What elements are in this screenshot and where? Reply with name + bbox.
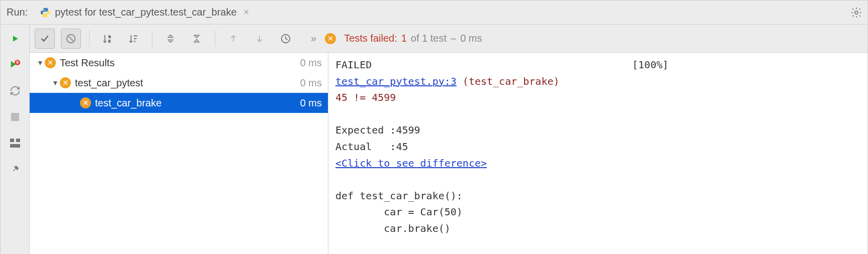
tree-label: test_car_pytest bbox=[75, 77, 300, 89]
failed-icon: ✕ bbox=[80, 97, 91, 108]
test-toolbar: az » ✕ Tests bbox=[30, 25, 867, 53]
status-failed-count: 1 bbox=[401, 33, 407, 44]
svg-text:9: 9 bbox=[16, 60, 19, 65]
svg-point-0 bbox=[855, 11, 858, 14]
status-label: Tests failed: bbox=[344, 33, 397, 44]
tree-test[interactable]: ✕ test_car_brake 0 ms bbox=[30, 93, 328, 113]
test-status: ✕ Tests failed: 1 of 1 test – 0 ms bbox=[325, 33, 482, 44]
next-test-icon[interactable] bbox=[249, 29, 270, 49]
pin-icon[interactable] bbox=[8, 162, 22, 176]
status-time: 0 ms bbox=[460, 33, 482, 44]
history-icon[interactable] bbox=[276, 29, 296, 49]
toggle-auto-icon[interactable] bbox=[8, 84, 22, 98]
out-failed: FAILED bbox=[335, 59, 372, 71]
out-percent: [100%] bbox=[632, 59, 668, 71]
show-passed-icon[interactable] bbox=[35, 29, 55, 49]
failed-icon: ✕ bbox=[45, 57, 56, 68]
out-testname: (test_car_brake) bbox=[457, 75, 560, 87]
tree-root[interactable]: ▼ ✕ Test Results 0 ms bbox=[30, 53, 328, 73]
prev-test-icon[interactable] bbox=[223, 29, 243, 49]
out-assert: 45 != 4599 bbox=[335, 91, 396, 103]
more-icon[interactable]: » bbox=[311, 33, 315, 44]
rerun-failed-icon[interactable]: 9 bbox=[8, 58, 22, 72]
svg-text:a: a bbox=[109, 34, 111, 39]
separator bbox=[215, 31, 215, 47]
tree-label: test_car_brake bbox=[95, 97, 300, 109]
out-actual: Actual :45 bbox=[335, 141, 408, 153]
svg-rect-5 bbox=[16, 139, 20, 142]
separator bbox=[89, 31, 90, 47]
layout-icon[interactable] bbox=[8, 136, 22, 150]
run-label: Run: bbox=[7, 7, 28, 18]
close-tab-icon[interactable]: × bbox=[244, 7, 249, 18]
show-ignored-icon[interactable] bbox=[61, 29, 81, 49]
rerun-icon[interactable] bbox=[8, 32, 22, 46]
run-config-tab[interactable]: pytest for test_car_pytest.test_car_brak… bbox=[36, 7, 253, 18]
test-tree[interactable]: ▼ ✕ Test Results 0 ms ▼ ✕ test_car_pytes… bbox=[30, 53, 328, 254]
test-output[interactable]: FAILED [100%] test_car_pytest.py:3 (test… bbox=[328, 53, 867, 254]
failed-icon: ✕ bbox=[60, 77, 71, 88]
sort-alpha-icon[interactable]: az bbox=[98, 29, 118, 49]
run-gutter: 9 bbox=[1, 25, 30, 254]
svg-rect-3 bbox=[11, 113, 19, 121]
stop-icon[interactable] bbox=[8, 110, 22, 124]
expand-all-icon[interactable] bbox=[160, 29, 181, 49]
chevron-down-icon[interactable]: ▼ bbox=[36, 59, 45, 67]
out-code: car = Car(50) bbox=[335, 206, 463, 218]
collapse-all-icon[interactable] bbox=[187, 29, 207, 49]
chevron-down-icon[interactable]: ▼ bbox=[51, 79, 60, 87]
tree-module[interactable]: ▼ ✕ test_car_pytest 0 ms bbox=[30, 73, 328, 93]
tool-window-header: Run: pytest for test_car_pytest.test_car… bbox=[1, 1, 867, 25]
svg-rect-6 bbox=[10, 144, 20, 148]
tree-duration: 0 ms bbox=[300, 57, 322, 69]
file-link[interactable]: test_car_pytest.py:3 bbox=[335, 75, 457, 87]
status-sep: – bbox=[451, 33, 456, 44]
python-icon bbox=[40, 7, 51, 18]
out-code: def test_car_brake(): bbox=[335, 190, 463, 202]
diff-link[interactable]: <Click to see difference> bbox=[335, 157, 487, 169]
separator bbox=[152, 31, 152, 47]
svg-text:z: z bbox=[109, 39, 111, 43]
out-expected: Expected :4599 bbox=[335, 124, 420, 136]
svg-rect-4 bbox=[10, 139, 14, 142]
failed-icon: ✕ bbox=[325, 33, 336, 44]
tab-title: pytest for test_car_pytest.test_car_brak… bbox=[55, 7, 236, 18]
out-code: car.brake() bbox=[335, 222, 451, 234]
sort-duration-icon[interactable] bbox=[124, 29, 144, 49]
tree-duration: 0 ms bbox=[300, 77, 322, 89]
gear-icon[interactable] bbox=[850, 7, 862, 19]
tree-duration: 0 ms bbox=[300, 97, 322, 109]
status-of: of 1 test bbox=[411, 33, 447, 44]
tree-label: Test Results bbox=[60, 57, 300, 69]
